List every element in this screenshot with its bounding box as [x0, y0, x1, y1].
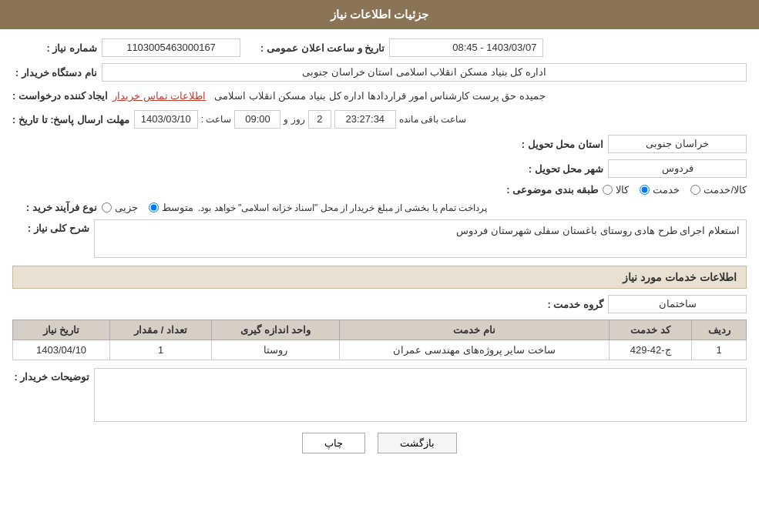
back-button[interactable]: بازگشت	[378, 433, 457, 453]
cell-tarikh: 1403/04/10	[13, 340, 110, 360]
service-table: ردیف کد خدمت نام خدمت واحد اندازه گیری ت…	[12, 320, 747, 360]
col-nam: نام خدمت	[340, 320, 610, 340]
shomara-niaz-value: 1103005463000167	[102, 38, 240, 57]
cell-nam: ساخت سایر پروژه‌های مهندسی عمران	[340, 340, 610, 360]
noع-farayand-motavasset-item[interactable]: متوسط	[149, 202, 193, 213]
mohlat-rooz: 2	[308, 110, 331, 129]
tabaqe-khadamat-item[interactable]: خدمت	[640, 184, 680, 196]
mohlat-date: 1403/03/10	[134, 110, 198, 129]
noع-farayand-jozii-label: جزیی	[115, 202, 138, 213]
nam-dastgah-value: اداره کل بنیاد مسکن انقلاب اسلامی استان …	[102, 63, 747, 82]
col-tarikh: تاریخ نیاز	[13, 320, 110, 340]
sharh-niaz-value: استعلام اجرای طرح هادی روستای باغستان سف…	[94, 219, 747, 258]
goroh-label: گروه خدمت :	[519, 299, 603, 310]
noع-farayand-radio-group: جزیی متوسط	[102, 202, 193, 213]
khadamat-section-title: اطلاعات خدمات مورد نیاز	[12, 266, 747, 289]
tabaqe-label: طبقه بندی موضوعی :	[506, 184, 598, 196]
noع-farayand-label: نوع فرآیند خرید :	[12, 202, 97, 213]
cell-kod: ج-42-429	[609, 340, 691, 360]
table-row: 1ج-42-429ساخت سایر پروژه‌های مهندسی عمرا…	[13, 340, 747, 360]
col-tedad: تعداد / مقدار	[110, 320, 212, 340]
col-vahed: واحد اندازه گیری	[212, 320, 340, 340]
noع-farayand-motavasset-radio[interactable]	[149, 202, 159, 212]
mohlat-baqi-label: ساعت باقی مانده	[399, 114, 467, 125]
tabaqe-khadamat-label: خدمت	[653, 184, 680, 196]
توضیحات-value[interactable]	[94, 368, 747, 422]
ijad-konande-value: جمیده حق پرست کارشناس امور قراردادها ادا…	[214, 90, 546, 102]
goroh-value: ساختمان	[608, 295, 747, 313]
page-header: جزئیات اطلاعات نیاز	[0, 0, 759, 29]
mohlat-saat: 09:00	[234, 110, 280, 129]
col-kod: کد خدمت	[609, 320, 691, 340]
shomara-niaz-label: شماره نیاز :	[12, 42, 97, 54]
tabaqe-kala-khadamat-item[interactable]: کالا/خدمت	[690, 184, 747, 196]
tabaqe-radio-group: کالا خدمت کالا/خدمت	[603, 184, 747, 196]
button-row: بازگشت چاپ	[12, 433, 747, 453]
noع-farayand-motavasset-label: متوسط	[162, 202, 193, 213]
tabaqe-kala-radio[interactable]	[603, 185, 613, 195]
mohlat-label: مهلت ارسال پاسخ: تا تاریخ :	[12, 114, 129, 125]
tabaqe-kala-khadamat-label: کالا/خدمت	[704, 184, 747, 196]
nam-dastgah-label: نام دستگاه خریدار :	[12, 67, 97, 79]
shahr-value: فردوس	[608, 159, 747, 178]
col-radif: ردیف	[692, 320, 747, 340]
tabaqe-kala-label: کالا	[616, 184, 629, 196]
ijad-konande-label: ایجاد کننده درخواست :	[12, 90, 108, 102]
mohlat-saat-label: ساعت :	[201, 114, 232, 125]
noع-farayand-desc: پرداخت تمام یا بخشی از مبلغ خریدار از مح…	[198, 202, 747, 213]
mohlat-baqi: 23:27:34	[334, 110, 396, 129]
cell-vahed: روستا	[212, 340, 340, 360]
توضیحات-label: توضیحات خریدار :	[12, 368, 89, 383]
cell-radif: 1	[692, 340, 747, 360]
tarikh-elan-label: تاریخ و ساعت اعلان عمومی :	[260, 42, 385, 54]
mohlat-rooz-label: روز و	[284, 114, 304, 125]
noع-farayand-jozii-radio[interactable]	[102, 202, 112, 212]
tabaqe-khadamat-radio[interactable]	[640, 185, 650, 195]
tarikh-elan-value: 1403/03/07 - 08:45	[389, 38, 543, 57]
ettelaat-tamas-link[interactable]: اطلاعات تماس خریدار	[113, 90, 206, 102]
tabaqe-kala-item[interactable]: کالا	[603, 184, 629, 196]
noع-farayand-jozii-item[interactable]: جزیی	[102, 202, 138, 213]
ostan-value: خراسان جنوبی	[608, 135, 747, 153]
sharh-niaz-label: شرح کلی نیاز :	[12, 219, 89, 234]
shahr-label: شهر محل تحویل :	[519, 163, 603, 175]
ostan-label: استان محل تحویل :	[519, 139, 603, 150]
print-button[interactable]: چاپ	[302, 433, 365, 453]
tabaqe-kala-khadamat-radio[interactable]	[690, 185, 700, 195]
cell-tedad: 1	[110, 340, 212, 360]
